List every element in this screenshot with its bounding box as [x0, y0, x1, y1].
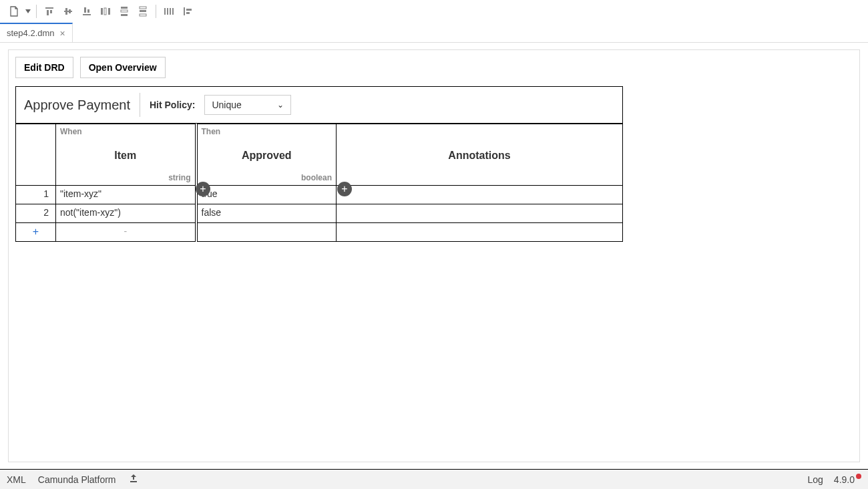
toolbar-separator: [156, 5, 156, 18]
decision-table: When Item string Then Approved boolean A…: [15, 124, 623, 242]
svg-rect-9: [101, 8, 103, 15]
hit-policy-value: Unique: [212, 100, 241, 110]
update-indicator-icon: [856, 474, 861, 479]
output-name: Approved: [198, 150, 337, 162]
distribute-spacing-icon[interactable]: [160, 3, 178, 20]
svg-rect-23: [186, 9, 192, 11]
new-file-button[interactable]: [5, 3, 23, 20]
log-button[interactable]: Log: [808, 474, 823, 485]
then-label: Then: [202, 127, 221, 136]
distribute-horizontal-icon[interactable]: [97, 3, 114, 20]
input-name: Item: [56, 150, 195, 162]
hit-policy-label: Hit Policy:: [150, 100, 195, 110]
add-row-annotation[interactable]: [337, 223, 623, 242]
decision-header: Approve Payment Hit Policy: Unique ⌄: [15, 86, 623, 124]
annotation-cell[interactable]: [337, 204, 623, 223]
main-toolbar: [0, 0, 868, 23]
svg-rect-4: [65, 8, 67, 15]
align-top-icon[interactable]: [41, 3, 58, 20]
svg-rect-6: [83, 14, 91, 15]
then-cell[interactable]: true: [196, 186, 337, 204]
svg-rect-2: [50, 10, 52, 13]
svg-rect-24: [186, 12, 190, 14]
svg-rect-22: [184, 7, 185, 15]
svg-rect-18: [164, 8, 166, 15]
row-index[interactable]: 1: [16, 186, 56, 204]
xml-tab[interactable]: XML: [7, 474, 26, 485]
svg-rect-13: [121, 10, 128, 12]
svg-rect-8: [87, 9, 89, 13]
distribute-vertical-2-icon[interactable]: [134, 3, 152, 20]
svg-rect-15: [140, 7, 146, 9]
svg-rect-12: [121, 7, 128, 9]
tab-bar: step4.2.dmn ×: [0, 23, 868, 43]
svg-rect-11: [108, 8, 110, 15]
svg-rect-7: [84, 7, 86, 13]
upload-icon[interactable]: [128, 473, 139, 486]
status-bar: XML Camunda Platform Log 4.9.0: [0, 469, 868, 489]
output-type: boolean: [301, 173, 332, 182]
svg-rect-25: [130, 481, 137, 482]
table-row: 1 "item-xyz" true: [16, 186, 623, 204]
hit-policy-select[interactable]: Unique ⌄: [204, 95, 291, 115]
svg-rect-5: [69, 9, 71, 13]
close-tab-icon[interactable]: ×: [60, 28, 65, 39]
svg-rect-20: [170, 8, 171, 15]
version-label: 4.9.0: [834, 474, 861, 485]
platform-tab[interactable]: Camunda Platform: [38, 474, 116, 485]
annotations-name: Annotations: [337, 150, 622, 162]
row-index[interactable]: 2: [16, 204, 56, 223]
add-row: + -: [16, 223, 623, 242]
output-column-header[interactable]: Then Approved boolean: [196, 124, 337, 186]
add-input-column-button[interactable]: +: [196, 182, 210, 196]
align-bottom-icon[interactable]: [78, 3, 95, 20]
header-separator: [140, 93, 140, 117]
when-label: When: [60, 127, 82, 136]
input-type: string: [168, 173, 190, 182]
new-file-dropdown[interactable]: [24, 3, 32, 20]
when-cell[interactable]: "item-xyz": [56, 186, 196, 204]
svg-rect-10: [104, 8, 106, 15]
add-row-button[interactable]: +: [16, 223, 56, 242]
svg-rect-1: [47, 10, 49, 15]
svg-rect-17: [140, 14, 146, 16]
tab-label: step4.2.dmn: [7, 28, 55, 38]
toolbar-separator: [36, 5, 37, 18]
editor-area: Edit DRD Open Overview Approve Payment H…: [0, 43, 868, 469]
chevron-down-icon: ⌄: [277, 100, 284, 110]
when-cell[interactable]: not("item-xyz"): [56, 204, 196, 223]
distribute-vertical-1-icon[interactable]: [116, 3, 133, 20]
open-overview-button[interactable]: Open Overview: [80, 57, 166, 78]
svg-rect-21: [172, 8, 174, 15]
decision-title[interactable]: Approve Payment: [24, 98, 130, 113]
svg-rect-0: [45, 7, 53, 9]
svg-rect-3: [64, 11, 72, 12]
table-row: 2 not("item-xyz") false: [16, 204, 623, 223]
svg-rect-19: [167, 8, 168, 15]
svg-rect-16: [140, 10, 146, 12]
add-row-when[interactable]: -: [56, 223, 196, 242]
align-middle-icon[interactable]: [59, 3, 77, 20]
annotations-column-header[interactable]: Annotations: [337, 124, 623, 186]
align-left-icon[interactable]: [179, 3, 196, 20]
svg-rect-14: [121, 14, 128, 16]
then-cell[interactable]: false: [196, 204, 337, 223]
index-header: [16, 124, 56, 186]
tab-file[interactable]: step4.2.dmn ×: [0, 23, 73, 42]
add-row-then[interactable]: [196, 223, 337, 242]
input-column-header[interactable]: When Item string: [56, 124, 196, 186]
add-output-column-button[interactable]: +: [337, 182, 352, 196]
annotation-cell[interactable]: [337, 186, 623, 204]
edit-drd-button[interactable]: Edit DRD: [15, 57, 73, 78]
